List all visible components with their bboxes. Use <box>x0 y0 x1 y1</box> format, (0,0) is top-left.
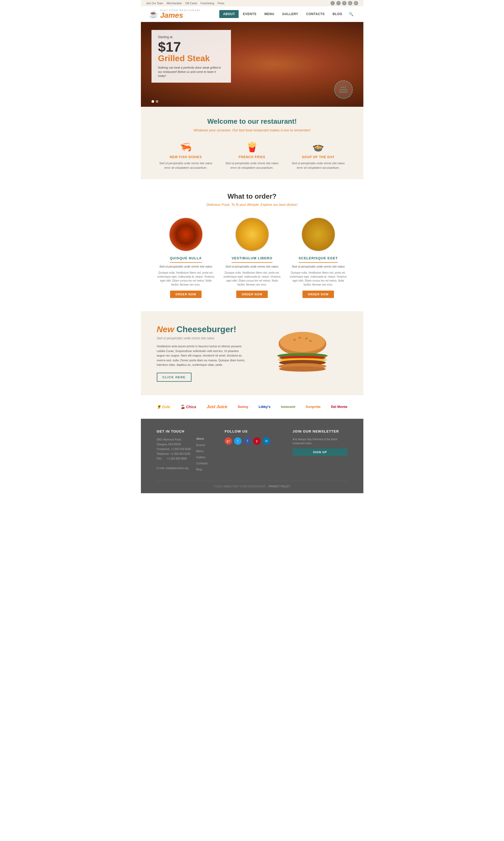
dish-2: VESTIBULUM LIBERO Sed ut perspiciatis un… <box>223 217 281 298</box>
promo-section: New Cheeseburger! Sed ut perspiciatis un… <box>141 311 363 395</box>
dish-1-order-btn[interactable]: ORDER NOW <box>170 290 201 298</box>
dish-2-desc: Quisque nulla. Vestibulum libero nisl, p… <box>223 271 281 287</box>
dish-3-image <box>301 217 336 252</box>
top-bar-social: r t f g in <box>330 1 358 5</box>
dish-3-order-btn[interactable]: ORDER NOW <box>303 290 334 298</box>
brand-chica: 🍒 Chica <box>178 404 199 410</box>
dishes-grid: QUISQUE NULLA Sed ut perspiciatis unde o… <box>151 217 353 298</box>
feature-soup: 🍲 SOUP OF THE DAY Sed ut perspiciatis un… <box>292 141 345 170</box>
social-facebook-icon[interactable]: f <box>244 437 251 445</box>
social-icon-linkedin[interactable]: in <box>354 1 358 5</box>
hero-badge: ★★★AWARDWINNER <box>334 80 353 99</box>
nav-about[interactable]: ABOUT <box>219 10 239 18</box>
footer-col-contact: GET IN TOUCH 8901 Marmora Road Glasgow, … <box>157 429 212 473</box>
feature-soup-icon: 🍲 <box>292 141 345 153</box>
hero-item-name: Grilled Steak <box>158 54 224 63</box>
brand-sunny: Sunny <box>235 404 251 410</box>
brand-delmonte: Del Monte <box>328 404 350 410</box>
hero-dots <box>151 100 158 103</box>
feature-fish-title: NEW FISH DISHES <box>159 155 212 159</box>
brand-innocent: innocent <box>278 404 298 410</box>
logo: ☕ FAST FOOD RESTAURANT James <box>149 9 201 19</box>
social-icon-google[interactable]: g <box>348 1 352 5</box>
footer-social-icons: g+ t f p in <box>224 437 280 445</box>
feature-fish-icon: 🦐 <box>159 141 212 153</box>
social-icon-twitter[interactable]: t <box>336 1 341 5</box>
footer-contact-title: GET IN TOUCH <box>157 429 212 433</box>
logo-name: James <box>160 12 201 19</box>
logo-text: FAST FOOD RESTAURANT James <box>160 9 201 19</box>
footer-link-gallery[interactable]: Gallery <box>196 455 205 459</box>
social-pinterest-icon[interactable]: p <box>253 437 260 445</box>
welcome-title: Welcome to our restaurant! <box>149 117 356 126</box>
logo-icon: ☕ <box>149 10 158 19</box>
social-icon-rss[interactable]: r <box>330 1 335 5</box>
promo-subtitle: Sed ut perspiciatis unde omnis iste natu… <box>157 336 247 340</box>
footer-social-title: FOLLOW US <box>224 429 280 433</box>
nav-blog[interactable]: BLOG <box>329 10 346 18</box>
nav-contacts[interactable]: CONTACTS <box>303 10 328 18</box>
social-icon-facebook[interactable]: f <box>342 1 346 5</box>
social-google-icon[interactable]: g+ <box>224 437 232 445</box>
welcome-subtitle: Whatever your occasion, Our fast food re… <box>149 128 356 132</box>
brand-dole: 🌻 Dole <box>154 404 173 410</box>
feature-soup-title: SOUP OF THE DAY <box>292 155 345 159</box>
social-twitter-icon[interactable]: t <box>234 437 241 445</box>
brand-justjuice: Just Juice <box>204 403 230 411</box>
svg-point-1 <box>280 332 325 352</box>
hero-price: $17 <box>158 40 224 54</box>
promo-title: New Cheeseburger! <box>157 324 247 334</box>
top-bar: Join Our Team Merchandise Gift Cards Fra… <box>141 0 363 6</box>
link-merchandise[interactable]: Merchandise <box>167 2 182 5</box>
main-nav: ABOUT EVENTS MENU GALLERY CONTACTS BLOG … <box>219 10 355 18</box>
feature-fish-desc: Sed ut perspiciatis unde omnis iste natu… <box>159 161 212 170</box>
header: ☕ FAST FOOD RESTAURANT James ABOUT EVENT… <box>141 6 363 22</box>
link-press[interactable]: Press <box>217 2 224 5</box>
brands-section: 🌻 Dole 🍒 Chica Just Juice Sunny Libby's … <box>141 395 363 419</box>
dish-1-image <box>169 217 203 252</box>
promo-content: New Cheeseburger! Sed ut perspiciatis un… <box>157 324 247 382</box>
top-bar-links: Join Our Team Merchandise Gift Cards Fra… <box>146 2 227 5</box>
click-here-button[interactable]: CLICK HERE <box>157 373 192 382</box>
hero-section: Starting at $17 Grilled Steak Nothing ca… <box>141 22 363 107</box>
footer-link-menu[interactable]: Menu <box>196 449 204 453</box>
dish-3-name: SCELERISQUE EGET <box>299 256 338 263</box>
feature-fries: 🍟 FRENCH FRIES Sed ut perspiciatis unde … <box>226 141 278 170</box>
dish-3-short: Sed ut perspiciatis unde omnis iste natu… <box>289 265 347 268</box>
hero-starting-text: Starting at <box>158 35 224 39</box>
features-grid: 🦐 NEW FISH DISHES Sed ut perspiciatis un… <box>149 141 356 170</box>
order-subtitle: Delicious Food. To fit your lifestyle. E… <box>151 203 353 207</box>
nav-gallery[interactable]: GALLERY <box>278 10 302 18</box>
order-section: What to order? Delicious Food. To fit yo… <box>141 179 363 311</box>
promo-desc: Vestibulum ante ipsum primis in faucorci… <box>157 344 247 368</box>
dish-1-name: QUISQUE NULLA <box>170 256 202 263</box>
link-gift-cards[interactable]: Gift Cards <box>185 2 197 5</box>
search-icon[interactable]: 🔍 <box>347 10 356 18</box>
nav-menu[interactable]: MENU <box>260 10 278 18</box>
feature-fries-icon: 🍟 <box>226 141 278 153</box>
nav-events[interactable]: EVENTS <box>239 10 260 18</box>
footer-link-events[interactable]: Events <box>196 443 205 447</box>
dish-1: QUISQUE NULLA Sed ut perspiciatis unde o… <box>157 217 215 298</box>
burger-illustration <box>268 329 337 377</box>
link-join-team[interactable]: Join Our Team <box>146 2 163 5</box>
footer-link-contacts[interactable]: Contacts <box>196 462 208 465</box>
hero-dot-1[interactable] <box>151 100 154 103</box>
promo-image <box>257 329 347 377</box>
dish-2-order-btn[interactable]: ORDER NOW <box>236 290 268 298</box>
footer-col-social: FOLLOW US g+ t f p in <box>224 429 280 473</box>
promo-title-new: New <box>157 324 174 334</box>
footer-nav-links: About Events Menu Gallery Contacts Blog <box>196 437 208 473</box>
dish-2-image <box>235 217 269 252</box>
hero-dot-2[interactable] <box>156 100 158 103</box>
signup-button[interactable]: SIGN UP <box>293 448 347 456</box>
brand-libbys: Libby's <box>256 404 273 410</box>
link-franchising[interactable]: Franchising <box>200 2 214 5</box>
hero-description: Nothing can beat a perfectly done steak … <box>158 66 224 78</box>
social-linkedin-icon[interactable]: in <box>263 437 270 445</box>
footer-link-blog[interactable]: Blog <box>196 468 202 471</box>
footer-bottom: © 2014 JAMES FAST FOOD RESTAURANT. PRIVA… <box>157 481 347 488</box>
footer-links-list: Events Menu Gallery Contacts Blog <box>196 442 208 471</box>
brand-sunpride: Sunpride <box>303 404 323 410</box>
footer-privacy-link[interactable]: PRIVACY POLICY <box>269 485 290 488</box>
